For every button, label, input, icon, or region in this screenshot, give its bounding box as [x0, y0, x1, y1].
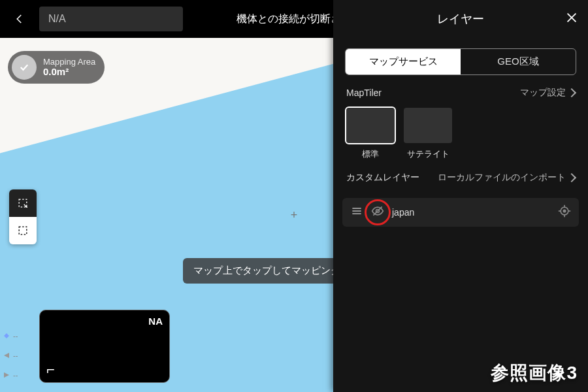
tool-stack	[9, 189, 37, 244]
map-settings-label: マップ設定	[520, 87, 566, 99]
custom-layer-label: カスタムレイヤー	[346, 172, 419, 184]
mapping-area-value: 0.0m²	[43, 67, 95, 78]
visibility-toggle-icon[interactable]	[371, 204, 384, 220]
camera-corner-icon: ⌐	[46, 363, 55, 377]
svg-marker-4	[4, 353, 9, 358]
tab-map-service[interactable]: マップサービス	[346, 49, 461, 74]
locate-layer-icon[interactable]	[558, 204, 571, 220]
close-button[interactable]	[564, 10, 579, 27]
svg-point-14	[563, 210, 565, 212]
camera-na-label: NA	[148, 316, 163, 327]
back-button[interactable]	[0, 13, 39, 25]
layers-panel: レイヤー マップサービス GEO区域 MapTiler マップ設定 標準 サテラ	[333, 0, 588, 392]
polygon-tool-button[interactable]	[9, 189, 37, 217]
map-style-standard[interactable]: 標準	[346, 108, 395, 160]
map-style-satellite-label: サテライト	[407, 148, 449, 160]
panel-title: レイヤー	[437, 11, 484, 27]
svg-rect-2	[19, 227, 27, 235]
chevron-right-icon	[567, 88, 576, 97]
crop-tool-button[interactable]	[9, 217, 37, 244]
provider-label: MapTiler	[346, 88, 382, 98]
telemetry-indicators: -- -- --	[3, 332, 18, 379]
import-label: ローカルファイルのインポート	[438, 172, 566, 184]
check-icon	[12, 55, 37, 80]
drag-handle-icon[interactable]	[350, 204, 363, 220]
map-style-satellite[interactable]: サテライト	[404, 108, 452, 160]
watermark-label: 参照画像3	[491, 361, 578, 385]
map-thumb-satellite	[404, 108, 452, 143]
svg-marker-3	[4, 333, 9, 338]
camera-preview[interactable]: NA ⌐	[39, 310, 170, 383]
tab-geo-zone[interactable]: GEO区域	[461, 49, 576, 74]
map-thumb-standard	[346, 108, 395, 143]
mission-title-field[interactable]: N/A	[39, 7, 183, 31]
chevron-right-icon	[567, 173, 576, 182]
tab-segmented-control: マップサービス GEO区域	[345, 48, 576, 75]
custom-layer-item: japan	[342, 198, 579, 227]
mapping-area-pill[interactable]: Mapping Area 0.0m²	[8, 51, 105, 84]
import-local-file-link[interactable]: ローカルファイルのインポート	[438, 172, 575, 184]
mapping-area-label: Mapping Area	[43, 57, 95, 67]
map-style-standard-label: 標準	[362, 148, 379, 160]
map-settings-link[interactable]: マップ設定	[520, 87, 575, 99]
svg-marker-5	[4, 372, 9, 378]
layer-name: japan	[392, 207, 550, 218]
